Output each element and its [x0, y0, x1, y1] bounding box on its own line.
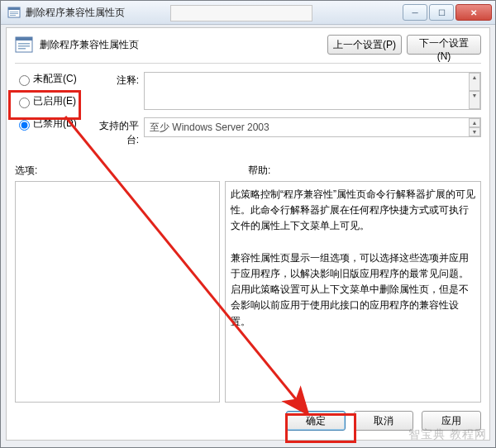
page-title: 删除程序兼容性属性页	[40, 38, 321, 52]
radio-enabled-label: 已启用(E)	[33, 95, 76, 107]
config-area: 未配置(C) 已启用(E) 已禁用(D) 注释: ▲▼ 支持的平台: 至少 Wi…	[15, 72, 481, 152]
svg-rect-6	[16, 37, 32, 41]
dialog-window: 删除程序兼容性属性页 ─ ☐ ✕ 删除程序兼容性属性页 上一个设置(P) 下一个…	[0, 0, 496, 448]
chevron-down-icon[interactable]: ▼	[469, 91, 480, 109]
note-label: 注释:	[91, 72, 144, 88]
help-label: 帮助:	[248, 164, 270, 178]
ok-button[interactable]: 确定	[286, 411, 346, 431]
watermark: 智宝典 教程网	[408, 427, 487, 442]
state-radios: 未配置(C) 已启用(E) 已禁用(D)	[15, 72, 91, 152]
nav-buttons: 上一个设置(P) 下一个设置(N)	[327, 35, 481, 55]
radio-enabled[interactable]: 已启用(E)	[15, 94, 91, 108]
radio-not-configured[interactable]: 未配置(C)	[15, 72, 91, 86]
minimize-button[interactable]: ─	[403, 4, 427, 21]
header-row: 删除程序兼容性属性页 上一个设置(P) 下一个设置(N)	[15, 35, 481, 55]
chevron-up-icon[interactable]: ▲	[469, 118, 480, 127]
title-bar[interactable]: 删除程序兼容性属性页 ─ ☐ ✕	[1, 1, 495, 25]
options-pane[interactable]	[15, 181, 220, 403]
svg-rect-2	[10, 12, 18, 12]
chevron-up-icon[interactable]: ▲	[469, 73, 480, 91]
radio-disabled-input[interactable]	[19, 120, 30, 131]
options-label: 选项:	[15, 164, 217, 178]
cancel-button[interactable]: 取消	[354, 411, 413, 431]
radio-enabled-input[interactable]	[19, 98, 30, 108]
note-row: 注释: ▲▼	[91, 72, 481, 112]
platform-label: 支持的平台:	[91, 117, 144, 147]
radio-not-configured-input[interactable]	[19, 75, 30, 86]
window-buttons: ─ ☐ ✕	[403, 4, 492, 21]
close-button[interactable]: ✕	[455, 4, 492, 21]
note-textarea[interactable]	[144, 72, 481, 110]
background-window-ghost	[170, 5, 312, 21]
prev-setting-button[interactable]: 上一个设置(P)	[327, 35, 402, 55]
separator	[15, 63, 481, 64]
platform-scroll[interactable]: ▲▼	[469, 118, 480, 136]
policy-icon	[7, 6, 21, 19]
help-pane[interactable]: 此策略控制“程序兼容性”属性页命令行解释器扩展的可见性。此命令行解释器扩展在任何…	[225, 181, 481, 403]
radio-not-configured-label: 未配置(C)	[33, 73, 77, 84]
svg-rect-4	[10, 15, 16, 16]
next-setting-button[interactable]: 下一个设置(N)	[407, 35, 481, 55]
policy-large-icon	[15, 36, 33, 54]
panes: 此策略控制“程序兼容性”属性页命令行解释器扩展的可见性。此命令行解释器扩展在任何…	[15, 181, 481, 403]
radio-disabled[interactable]: 已禁用(D)	[15, 117, 91, 131]
radio-disabled-label: 已禁用(D)	[33, 117, 77, 129]
maximize-button[interactable]: ☐	[429, 4, 454, 21]
dialog-body: 删除程序兼容性属性页 上一个设置(P) 下一个设置(N) 未配置(C) 已启用(…	[6, 27, 490, 441]
svg-rect-8	[18, 45, 30, 47]
svg-rect-3	[10, 13, 18, 14]
platform-field: 至少 Windows Server 2003	[144, 117, 481, 137]
platform-row: 支持的平台: 至少 Windows Server 2003 ▲▼	[91, 117, 481, 147]
config-right: 注释: ▲▼ 支持的平台: 至少 Windows Server 2003 ▲▼	[91, 72, 481, 152]
svg-rect-9	[18, 48, 26, 50]
note-scroll[interactable]: ▲▼	[469, 73, 480, 109]
svg-rect-7	[18, 43, 30, 45]
svg-rect-1	[8, 7, 20, 10]
mid-labels: 选项: 帮助:	[15, 164, 481, 178]
chevron-down-icon[interactable]: ▼	[469, 127, 480, 136]
